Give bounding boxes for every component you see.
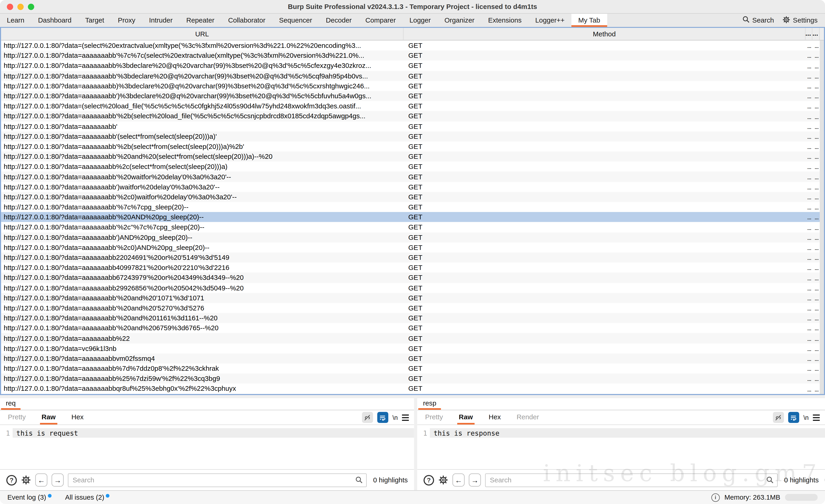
resp-subtab-hex[interactable]: Hex (487, 410, 503, 425)
tab-my-tab[interactable]: My Tab (571, 14, 607, 27)
table-row[interactable]: http://127.0.0.1:80/?data=vc96k1l3nbGET.… (1, 343, 824, 353)
table-row[interactable]: http://127.0.0.1:80/?data=aaaaaaabb'%20w… (1, 172, 824, 182)
search-settings-gear-icon[interactable] (438, 475, 448, 485)
req-subtab-raw[interactable]: Raw (40, 410, 57, 425)
cell-overflow-2: ... (812, 363, 820, 373)
table-row[interactable]: http://127.0.0.1:80/?data=aaaaaaabb'%20A… (1, 212, 824, 222)
tab-extensions[interactable]: Extensions (481, 14, 528, 27)
table-row[interactable]: http://127.0.0.1:80/?data=aaaaaaabb22024… (1, 252, 824, 263)
table-row[interactable]: http://127.0.0.1:80/?data=(select%20extr… (1, 40, 824, 51)
vertical-splitter[interactable] (414, 398, 417, 490)
info-icon[interactable]: i (711, 493, 720, 502)
event-log-button[interactable]: Event log (3) (7, 493, 51, 501)
previous-match-button[interactable]: ← (453, 474, 465, 487)
horizontal-splitter[interactable] (0, 395, 825, 398)
newline-toggle-icon[interactable]: \n (392, 414, 398, 421)
req-editor[interactable]: 1 this is request (0, 425, 414, 469)
table-row[interactable]: http://127.0.0.1:80/?data=aaaaaaabb'%2b(… (1, 111, 824, 121)
table-row[interactable]: http://127.0.0.1:80/?data=aaaaaaabb'%20a… (1, 303, 824, 313)
table-row[interactable]: http://127.0.0.1:80/?data=aaaaaaabb%7d%7… (1, 363, 824, 373)
search-magnifier-icon[interactable] (355, 476, 363, 486)
resp-subtab-pretty[interactable]: Pretty (424, 410, 445, 425)
tab-proxy[interactable]: Proxy (111, 14, 142, 27)
table-row[interactable]: http://127.0.0.1:80/?data=aaaaaaabb'%20a… (1, 151, 824, 162)
wrap-lines-icon[interactable] (377, 412, 388, 423)
table-row[interactable]: http://127.0.0.1:80/?data=aaaaaaabb67243… (1, 273, 824, 283)
zoom-window-button[interactable] (28, 3, 34, 10)
settings-button[interactable]: Settings (782, 15, 818, 25)
show-non-printable-icon[interactable] (362, 412, 373, 423)
resp-editor[interactable]: 1 this is response (417, 425, 825, 469)
table-row[interactable]: http://127.0.0.1:80/?data=aaaaaaabb'%2c0… (1, 242, 824, 252)
tab-learn[interactable]: Learn (0, 14, 31, 27)
table-row[interactable]: http://127.0.0.1:80/?data=aaaaaaabb')wai… (1, 182, 824, 192)
table-row[interactable]: http://127.0.0.1:80/?data=aaaaaaabb'GET.… (1, 121, 824, 132)
resp-search-input[interactable] (485, 473, 777, 487)
column-header-method[interactable]: Method (403, 28, 806, 40)
tab-target[interactable]: Target (78, 14, 111, 27)
tab-organizer[interactable]: Organizer (438, 14, 481, 27)
all-issues-button[interactable]: All issues (2) (65, 493, 109, 501)
tab-comparer[interactable]: Comparer (358, 14, 402, 27)
tab-decoder[interactable]: Decoder (319, 14, 359, 27)
table-row[interactable]: http://127.0.0.1:80/?data=aaaaaaabb'%20a… (1, 293, 824, 303)
table-row[interactable]: http://127.0.0.1:80/?data=aaaaaaabb')%3b… (1, 91, 824, 101)
minimize-window-button[interactable] (17, 3, 23, 10)
resp-subtab-render[interactable]: Render (515, 410, 540, 425)
newline-toggle-icon[interactable]: \n (803, 414, 809, 421)
wrap-lines-icon[interactable] (788, 412, 799, 423)
table-row[interactable]: http://127.0.0.1:80/?data=aaaaaaabb40997… (1, 263, 824, 273)
table-row[interactable]: http://127.0.0.1:80/?data=aaaaaaabbqr8uf… (1, 384, 824, 394)
cell-url: http://127.0.0.1:80/?data=aaaaaaabb'%20a… (1, 151, 404, 162)
help-icon[interactable]: ? (424, 475, 434, 485)
table-row[interactable]: http://127.0.0.1:80/?data=aaaaaaabb'%7c%… (1, 51, 824, 61)
table-row[interactable]: http://127.0.0.1:80/?data=aaaaaaabb%25%7… (1, 373, 824, 384)
req-search-input[interactable] (68, 473, 367, 487)
previous-match-button[interactable]: ← (35, 474, 48, 487)
search-magnifier-icon[interactable] (766, 476, 774, 486)
show-non-printable-icon[interactable] (773, 412, 784, 423)
next-match-button[interactable]: → (52, 474, 64, 487)
table-row[interactable]: http://127.0.0.1:80/?data=aaaaaaabb'%3bd… (1, 71, 824, 81)
table-row[interactable]: http://127.0.0.1:80/?data=aaaaaaabb'(sel… (1, 132, 824, 142)
table-row[interactable]: http://127.0.0.1:80/?data=aaaaaaabbvm02f… (1, 353, 824, 364)
resp-subtab-raw[interactable]: Raw (457, 410, 474, 425)
search-settings-gear-icon[interactable] (21, 475, 31, 485)
tab-collaborator[interactable]: Collaborator (221, 14, 272, 27)
close-window-button[interactable] (7, 3, 13, 10)
tab-intruder[interactable]: Intruder (142, 14, 179, 27)
req-subtab-hex[interactable]: Hex (70, 410, 85, 425)
table-row[interactable]: http://127.0.0.1:80/?data=aaaaaaabb'%20a… (1, 313, 824, 323)
table-row[interactable]: http://127.0.0.1:80/?data=aaaaaaabb'%7c%… (1, 202, 824, 212)
cell-url: http://127.0.0.1:80/?data=aaaaaaabb')wai… (1, 182, 404, 192)
table-row[interactable]: http://127.0.0.1:80/?data=aaaaaaabb')AND… (1, 232, 824, 242)
tab-logger-[interactable]: Logger++ (528, 14, 572, 27)
tab-resp[interactable]: resp (418, 398, 441, 410)
column-header-overflow-1[interactable]: ... (806, 28, 812, 40)
table-row[interactable]: http://127.0.0.1:80/?data=aaaaaaabb'%2c0… (1, 192, 824, 202)
table-scrollbar[interactable] (820, 40, 824, 394)
table-row[interactable]: http://127.0.0.1:80/?data=aaaaaaabb%3bde… (1, 61, 824, 71)
table-row[interactable]: http://127.0.0.1:80/?data=aaaaaaabb%22GE… (1, 333, 824, 343)
table-row[interactable]: http://127.0.0.1:80/?data=aaaaaaabb%2c(s… (1, 162, 824, 172)
table-row[interactable]: http://127.0.0.1:80/?data=aaaaaaabb)%3bd… (1, 81, 824, 91)
tab-req[interactable]: req (1, 398, 20, 410)
column-header-url[interactable]: URL (1, 28, 404, 40)
table-row[interactable]: http://127.0.0.1:80/?data=(select%20load… (1, 101, 824, 111)
tab-sequencer[interactable]: Sequencer (272, 14, 319, 27)
req-subtab-pretty[interactable]: Pretty (6, 410, 27, 425)
tab-repeater[interactable]: Repeater (179, 14, 221, 27)
cell-overflow-1: ... (806, 232, 812, 242)
table-row[interactable]: http://127.0.0.1:80/?data=aaaaaaabb'%2b(… (1, 142, 824, 152)
editor-menu-icon[interactable] (402, 414, 409, 420)
next-match-button[interactable]: → (469, 474, 481, 487)
column-header-overflow-2[interactable]: ... (812, 28, 820, 40)
help-icon[interactable]: ? (6, 475, 17, 485)
table-row[interactable]: http://127.0.0.1:80/?data=aaaaaaabb'%20a… (1, 323, 824, 333)
tab-logger[interactable]: Logger (402, 14, 438, 27)
editor-menu-icon[interactable] (813, 414, 820, 420)
search-button[interactable]: Search (742, 16, 774, 25)
table-row[interactable]: http://127.0.0.1:80/?data=aaaaaaabb29926… (1, 283, 824, 293)
table-row[interactable]: http://127.0.0.1:80/?data=aaaaaaabb'%2c'… (1, 222, 824, 232)
tab-dashboard[interactable]: Dashboard (31, 14, 78, 27)
